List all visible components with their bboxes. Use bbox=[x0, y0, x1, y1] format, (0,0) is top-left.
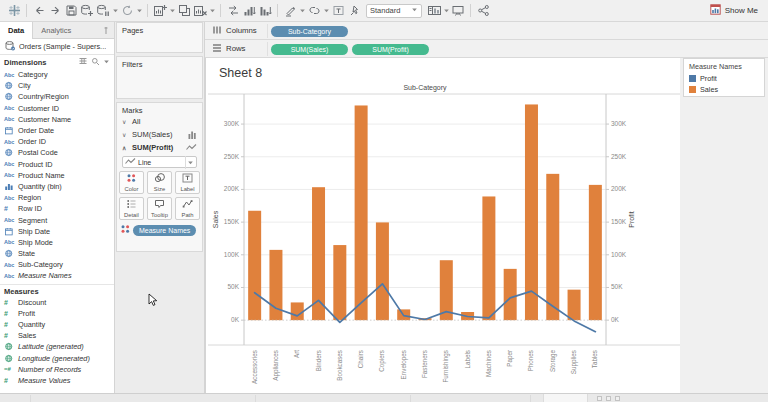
datasource-item[interactable]: Orders (Sample - Supers... bbox=[0, 39, 114, 55]
measure-sales[interactable]: #Sales bbox=[0, 330, 114, 341]
dimension-customer-name[interactable]: AbcCustomer Name bbox=[0, 114, 114, 125]
bar-accessories[interactable] bbox=[248, 211, 261, 320]
highlight-icon[interactable] bbox=[282, 3, 298, 19]
path-button[interactable]: Path bbox=[175, 197, 200, 220]
chevron-up-icon[interactable]: ∧ bbox=[122, 144, 129, 151]
measure-number-of-records[interactable]: =#Number of Records bbox=[0, 364, 114, 375]
dropdown-caret-icon[interactable] bbox=[322, 3, 330, 19]
measure-measure-values[interactable]: #Measure Values bbox=[0, 375, 114, 386]
dropdown-caret-icon[interactable] bbox=[442, 3, 450, 19]
swap-axes-icon[interactable] bbox=[225, 3, 241, 19]
bar-bookcases[interactable] bbox=[333, 245, 346, 320]
size-button[interactable]: Size bbox=[147, 171, 172, 194]
dimension-segment[interactable]: AbcSegment bbox=[0, 214, 114, 225]
bar-tables[interactable] bbox=[589, 185, 602, 320]
filters-card[interactable]: Filters bbox=[116, 56, 203, 99]
bar-paper[interactable] bbox=[504, 269, 517, 320]
measure-longitude-generated-[interactable]: Longitude (generated) bbox=[0, 353, 114, 364]
refresh-icon[interactable] bbox=[119, 3, 135, 19]
redo-arrow-icon[interactable] bbox=[47, 3, 63, 19]
dropdown-caret-icon[interactable] bbox=[135, 3, 143, 19]
tooltip-button[interactable]: Tooltip bbox=[147, 197, 172, 220]
tab-analytics[interactable]: Analytics bbox=[33, 22, 79, 38]
bar-art[interactable] bbox=[291, 302, 304, 320]
save-icon[interactable] bbox=[63, 3, 79, 19]
rows-shelf[interactable]: Rows SUM(Sales)SUM(Profit) bbox=[205, 40, 768, 58]
sort-ascending-icon[interactable] bbox=[241, 3, 257, 19]
profit-line[interactable] bbox=[255, 284, 596, 332]
dropdown-caret-icon[interactable] bbox=[111, 3, 119, 19]
dimension-order-date[interactable]: Order Date bbox=[0, 125, 114, 136]
chevron-down-icon[interactable]: ∨ bbox=[122, 118, 129, 125]
pane-pin-icon[interactable] bbox=[102, 22, 114, 38]
dimension-product-name[interactable]: AbcProduct Name bbox=[0, 170, 114, 181]
duplicate-sheet-icon[interactable] bbox=[176, 3, 192, 19]
fix-axes-icon[interactable] bbox=[346, 3, 362, 19]
bar-phones[interactable] bbox=[525, 104, 538, 320]
dimension-state[interactable]: State bbox=[0, 248, 114, 259]
presentation-mode-icon[interactable] bbox=[450, 3, 466, 19]
bar-storage[interactable] bbox=[546, 174, 559, 320]
columns-shelf[interactable]: Columns Sub-Category bbox=[205, 22, 768, 40]
add-datasource-icon[interactable] bbox=[79, 3, 95, 19]
undo-arrow-icon[interactable] bbox=[31, 3, 47, 19]
measure-names-pill[interactable]: Measure Names bbox=[133, 225, 196, 236]
marks-row-sum-sales-[interactable]: ∨SUM(Sales) bbox=[117, 128, 202, 141]
show-me-button[interactable]: Show Me bbox=[710, 4, 762, 17]
new-worksheet-icon[interactable] bbox=[152, 3, 168, 19]
show-sheets-icon[interactable] bbox=[597, 396, 602, 401]
dimension-country-region[interactable]: Country/Region bbox=[0, 91, 114, 102]
pane-menu-icon[interactable] bbox=[103, 55, 110, 70]
sheet-sorter-icon[interactable] bbox=[606, 396, 611, 401]
color-button[interactable]: Color bbox=[119, 171, 144, 194]
dimension-region[interactable]: AbcRegion bbox=[0, 192, 114, 203]
tab-data[interactable]: Data bbox=[0, 22, 33, 39]
pause-updates-icon[interactable] bbox=[95, 3, 111, 19]
measure-names-legend[interactable]: Measure Names ProfitSales bbox=[683, 58, 765, 97]
dimension-row-id[interactable]: #Row ID bbox=[0, 203, 114, 214]
show-hide-cards-icon[interactable] bbox=[426, 3, 442, 19]
measure-profit[interactable]: #Profit bbox=[0, 308, 114, 319]
pill-sum-sales-[interactable]: SUM(Sales) bbox=[271, 44, 348, 55]
fit-selector[interactable]: Standard bbox=[366, 4, 422, 18]
legend-item-sales[interactable]: Sales bbox=[684, 84, 764, 95]
sheet-tab[interactable] bbox=[543, 394, 588, 402]
dimension-postal-code[interactable]: Postal Code bbox=[0, 147, 114, 158]
pages-card[interactable]: Pages bbox=[116, 22, 203, 53]
dimension-ship-date[interactable]: Ship Date bbox=[0, 226, 114, 237]
dropdown-caret-icon[interactable] bbox=[208, 3, 216, 19]
marks-row-all[interactable]: ∨All bbox=[117, 115, 202, 128]
bar-supplies[interactable] bbox=[568, 290, 581, 321]
measure-quantity[interactable]: #Quantity bbox=[0, 319, 114, 330]
dimension-order-id[interactable]: AbcOrder ID bbox=[0, 136, 114, 147]
bar-chairs[interactable] bbox=[355, 105, 368, 320]
tableau-logo-icon[interactable] bbox=[6, 3, 22, 19]
clear-sheet-icon[interactable] bbox=[192, 3, 208, 19]
view-as-grid-icon[interactable] bbox=[78, 57, 88, 68]
dimension-quantity-bin-[interactable]: Quantity (bin) bbox=[0, 181, 114, 192]
bar-machines[interactable] bbox=[482, 196, 495, 320]
label-button[interactable]: Label bbox=[175, 171, 200, 194]
mark-type-dropdown[interactable]: Line bbox=[122, 156, 197, 168]
dropdown-caret-icon[interactable] bbox=[298, 3, 306, 19]
dimension-ship-mode[interactable]: AbcShip Mode bbox=[0, 237, 114, 248]
chevron-down-icon[interactable]: ∨ bbox=[122, 131, 129, 138]
bar-copiers[interactable] bbox=[376, 222, 389, 320]
dropdown-caret-icon[interactable] bbox=[168, 3, 176, 19]
measure-discount[interactable]: #Discount bbox=[0, 297, 114, 308]
dimension-sub-category[interactable]: AbcSub-Category bbox=[0, 259, 114, 270]
share-workbook-icon[interactable] bbox=[475, 3, 491, 19]
measure-latitude-generated-[interactable]: Latitude (generated) bbox=[0, 341, 114, 352]
search-icon[interactable] bbox=[91, 57, 100, 68]
new-sheet-tab-icon[interactable] bbox=[615, 396, 620, 401]
dimension-measure-names[interactable]: AbcMeasure Names bbox=[0, 270, 114, 281]
pill-sub-category[interactable]: Sub-Category bbox=[271, 26, 348, 37]
sort-descending-icon[interactable] bbox=[257, 3, 273, 19]
marks-row-sum-profit-[interactable]: ∧SUM(Profit) bbox=[117, 141, 202, 154]
detail-button[interactable]: Detail bbox=[119, 197, 144, 220]
pill-sum-profit-[interactable]: SUM(Profit) bbox=[352, 44, 429, 55]
dimension-city[interactable]: City bbox=[0, 80, 114, 91]
legend-item-profit[interactable]: Profit bbox=[684, 73, 764, 84]
dimension-product-id[interactable]: AbcProduct ID bbox=[0, 159, 114, 170]
dimension-customer-id[interactable]: AbcCustomer ID bbox=[0, 103, 114, 114]
